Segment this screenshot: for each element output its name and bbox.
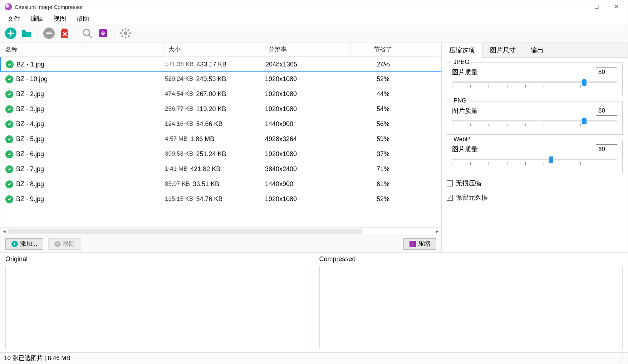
table-row[interactable]: BZ - 8.jpg85.07 KB33.51 KB1440x90061% [0, 177, 441, 192]
check-icon [5, 90, 13, 98]
scroll-right-icon[interactable]: ► [433, 228, 441, 235]
check-icon [5, 75, 13, 83]
preview-row: Original Compressed [0, 252, 628, 352]
maximize-button[interactable]: ☐ [587, 0, 607, 13]
saved: 54% [351, 105, 415, 113]
settings-button[interactable] [119, 27, 132, 39]
compressed-label: Compressed [319, 255, 623, 263]
compress-button-bottom[interactable]: ↓压缩 [403, 238, 436, 250]
check-icon [5, 105, 13, 113]
preview-button[interactable] [81, 27, 93, 39]
toolbar-separator [114, 27, 114, 39]
svg-rect-15 [121, 29, 124, 31]
file-name: BZ - 7.jpg [16, 165, 44, 173]
svg-rect-12 [129, 33, 131, 34]
remove-button[interactable] [43, 27, 55, 39]
table-row[interactable]: BZ - 10.jpg520.24 KB249.53 KB1920x108052… [0, 72, 441, 87]
old-size: 4.57 MB [165, 135, 187, 143]
tab-compression[interactable]: 压缩选项 [442, 43, 482, 58]
check-icon [5, 165, 13, 173]
table-row[interactable]: BZ - 3.jpg256.77 KB119.20 KB1920x108054% [0, 102, 441, 117]
resolution: 1920x1080 [265, 105, 351, 113]
table-row[interactable]: BZ - 4.jpg124.16 KB54.66 KB1440x90056% [0, 117, 441, 132]
metadata-label: 保留元数据 [456, 193, 488, 202]
check-icon [5, 150, 13, 158]
file-name: BZ - 3.jpg [16, 105, 44, 113]
add-button[interactable]: +添加... [5, 238, 43, 250]
table-row[interactable]: BZ - 2.jpg474.54 KB267.00 KB1920x108044% [0, 87, 441, 102]
col-saved[interactable]: 节省了 [351, 43, 415, 56]
png-quality-slider[interactable] [452, 119, 617, 128]
file-name: BZ - 9.jpg [16, 195, 44, 203]
add-file-button[interactable] [5, 27, 17, 39]
check-icon [5, 180, 13, 188]
webp-quality-slider[interactable] [452, 158, 617, 166]
table-row[interactable]: BZ - 1.jpg571.38 KB433.17 KB2048x136524% [0, 57, 441, 72]
table-row[interactable]: BZ - 6.jpg399.53 KB251.24 KB1920x108037% [0, 147, 441, 162]
compress-button[interactable] [97, 27, 109, 39]
metadata-checkbox[interactable] [447, 195, 453, 201]
add-folder-button[interactable] [20, 27, 33, 39]
menu-edit[interactable]: 编辑 [27, 14, 47, 24]
minimize-button[interactable]: ─ [567, 0, 587, 13]
old-size: 124.16 KB [165, 120, 193, 128]
jpeg-quality-slider[interactable] [452, 81, 617, 89]
scroll-track[interactable] [8, 229, 362, 234]
menu-file[interactable]: 文件 [4, 14, 24, 24]
close-button[interactable]: ✕ [607, 0, 626, 13]
lossless-row[interactable]: 无损压缩 [447, 179, 623, 188]
svg-rect-11 [120, 33, 122, 34]
resolution: 1440x900 [265, 120, 351, 128]
menu-view[interactable]: 视图 [50, 14, 70, 24]
old-size: 571.38 KB [165, 61, 193, 68]
horizontal-scrollbar[interactable]: ◄ ► [0, 227, 441, 235]
col-resolution[interactable]: 分辨率 [265, 43, 351, 56]
app-logo-icon [5, 3, 12, 10]
check-icon [5, 120, 13, 128]
webp-legend: WebP [451, 136, 472, 143]
remove-button-bottom[interactable]: −移除 [48, 238, 81, 250]
table-row[interactable]: BZ - 5.jpg4.57 MB1.86 MB4928x326459% [0, 132, 441, 147]
file-list-pane: 名称⌃ 大小 分辨率 节省了 BZ - 1.jpg571.38 KB433.17… [0, 43, 442, 252]
resolution: 3840x2400 [265, 165, 351, 173]
png-quality-label: 图片质量 [452, 106, 478, 115]
tab-output[interactable]: 输出 [523, 43, 551, 57]
svg-rect-5 [62, 29, 67, 30]
saved: 61% [351, 180, 415, 188]
compressed-box [319, 266, 623, 349]
saved: 56% [351, 120, 415, 128]
old-size: 399.53 KB [165, 150, 193, 158]
col-name[interactable]: 名称⌃ [0, 43, 165, 56]
file-name: BZ - 8.jpg [16, 180, 44, 188]
menu-help[interactable]: 帮助 [73, 14, 93, 24]
svg-rect-1 [22, 30, 25, 31]
jpeg-quality-input[interactable] [596, 67, 617, 77]
scroll-left-icon[interactable]: ◄ [0, 228, 8, 235]
png-quality-input[interactable] [596, 106, 617, 116]
action-row: +添加... −移除 ↓压缩 [0, 235, 441, 252]
saved: 71% [351, 165, 415, 173]
new-size: 421.82 KB [190, 165, 220, 173]
resolution: 1920x1080 [265, 90, 351, 98]
resolution: 1920x1080 [265, 150, 351, 158]
webp-quality-input[interactable] [596, 144, 617, 154]
resize-grip-icon[interactable]: ⋰ [619, 354, 624, 362]
old-size: 115.15 KB [165, 195, 193, 203]
file-name: BZ - 2.jpg [16, 90, 44, 98]
new-size: 1.86 MB [190, 135, 214, 143]
saved: 44% [351, 90, 415, 98]
svg-rect-3 [46, 33, 52, 34]
metadata-row[interactable]: 保留元数据 [447, 193, 623, 202]
tab-resize[interactable]: 图片尺寸 [482, 43, 523, 57]
svg-point-8 [124, 31, 127, 35]
tabs: 压缩选项 图片尺寸 输出 [442, 43, 628, 58]
plus-icon: + [11, 241, 18, 247]
new-size: 54.76 KB [196, 195, 222, 203]
lossless-checkbox[interactable] [447, 180, 453, 186]
svg-rect-10 [125, 36, 126, 39]
table-row[interactable]: BZ - 9.jpg115.15 KB54.76 KB1920x108052% [0, 192, 441, 207]
old-size: 85.07 KB [165, 180, 190, 188]
col-size[interactable]: 大小 [165, 43, 265, 56]
table-row[interactable]: BZ - 7.jpg1.41 MB421.82 KB3840x240071% [0, 162, 441, 177]
delete-button[interactable] [59, 27, 71, 39]
